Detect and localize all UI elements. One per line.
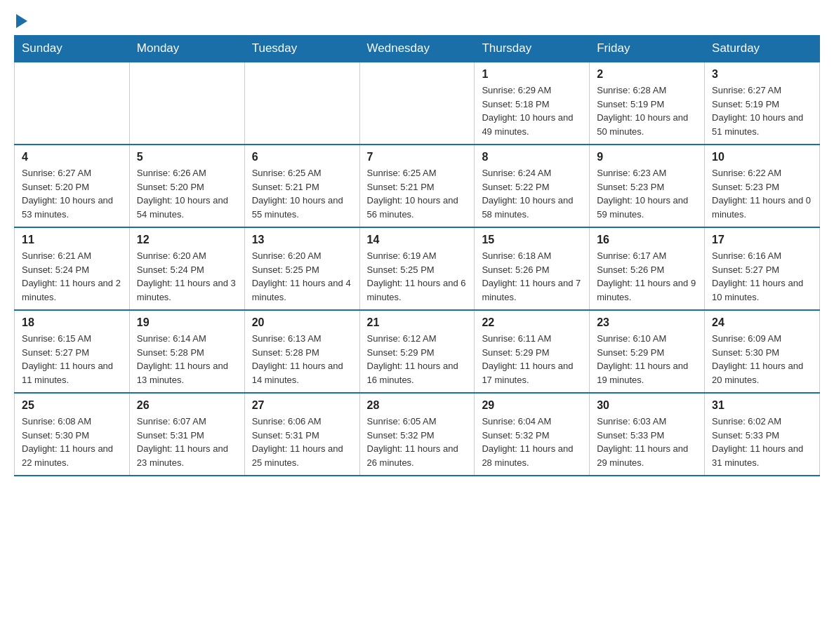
day-info: Sunrise: 6:19 AMSunset: 5:25 PMDaylight:… [367,249,468,304]
day-number: 11 [22,234,122,246]
day-number: 28 [367,399,468,412]
day-info: Sunrise: 6:27 AMSunset: 5:20 PMDaylight:… [22,166,122,221]
day-info: Sunrise: 6:27 AMSunset: 5:19 PMDaylight:… [712,83,812,138]
calendar-cell: 27Sunrise: 6:06 AMSunset: 5:31 PMDayligh… [244,393,359,476]
day-number: 9 [597,151,697,163]
header-day-friday: Friday [590,36,705,62]
week-row-3: 18Sunrise: 6:15 AMSunset: 5:27 PMDayligh… [15,310,820,393]
day-info: Sunrise: 6:12 AMSunset: 5:29 PMDaylight:… [367,332,468,387]
day-number: 21 [367,316,468,329]
day-info: Sunrise: 6:21 AMSunset: 5:24 PMDaylight:… [22,249,122,304]
day-info: Sunrise: 6:18 AMSunset: 5:26 PMDaylight:… [482,249,582,304]
calendar-cell: 16Sunrise: 6:17 AMSunset: 5:26 PMDayligh… [590,227,705,310]
day-info: Sunrise: 6:04 AMSunset: 5:32 PMDaylight:… [482,415,582,469]
calendar-cell: 5Sunrise: 6:26 AMSunset: 5:20 PMDaylight… [129,145,244,227]
calendar-cell: 28Sunrise: 6:05 AMSunset: 5:32 PMDayligh… [359,393,475,476]
day-number: 14 [367,234,468,246]
day-info: Sunrise: 6:26 AMSunset: 5:20 PMDaylight:… [137,166,237,221]
calendar-cell: 30Sunrise: 6:03 AMSunset: 5:33 PMDayligh… [590,393,705,476]
day-info: Sunrise: 6:08 AMSunset: 5:30 PMDaylight:… [22,415,122,469]
header-day-wednesday: Wednesday [359,36,475,62]
day-number: 27 [252,399,352,412]
day-info: Sunrise: 6:29 AMSunset: 5:18 PMDaylight:… [482,83,582,138]
day-number: 23 [597,316,697,329]
day-info: Sunrise: 6:14 AMSunset: 5:28 PMDaylight:… [137,332,237,387]
day-number: 16 [597,234,697,246]
day-info: Sunrise: 6:24 AMSunset: 5:22 PMDaylight:… [482,166,582,221]
calendar-cell [244,62,359,145]
day-info: Sunrise: 6:03 AMSunset: 5:33 PMDaylight:… [597,415,697,469]
header-day-tuesday: Tuesday [244,36,359,62]
day-number: 19 [137,316,237,329]
day-info: Sunrise: 6:11 AMSunset: 5:29 PMDaylight:… [482,332,582,387]
day-info: Sunrise: 6:16 AMSunset: 5:27 PMDaylight:… [712,249,812,304]
page-header [14,14,820,28]
day-number: 12 [137,234,237,246]
calendar-cell: 11Sunrise: 6:21 AMSunset: 5:24 PMDayligh… [15,227,130,310]
day-info: Sunrise: 6:17 AMSunset: 5:26 PMDaylight:… [597,249,697,304]
header-day-saturday: Saturday [705,36,820,62]
calendar-cell: 19Sunrise: 6:14 AMSunset: 5:28 PMDayligh… [129,310,244,393]
calendar-cell: 9Sunrise: 6:23 AMSunset: 5:23 PMDaylight… [590,145,705,227]
day-number: 15 [482,234,582,246]
day-number: 22 [482,316,582,329]
day-number: 31 [712,399,812,412]
calendar-cell: 26Sunrise: 6:07 AMSunset: 5:31 PMDayligh… [129,393,244,476]
calendar-cell: 4Sunrise: 6:27 AMSunset: 5:20 PMDaylight… [15,145,130,227]
day-number: 25 [22,399,122,412]
day-number: 2 [597,68,697,81]
day-number: 8 [482,151,582,163]
calendar-cell: 21Sunrise: 6:12 AMSunset: 5:29 PMDayligh… [359,310,475,393]
day-number: 1 [482,68,582,81]
calendar-cell: 14Sunrise: 6:19 AMSunset: 5:25 PMDayligh… [359,227,475,310]
calendar-cell: 22Sunrise: 6:11 AMSunset: 5:29 PMDayligh… [475,310,590,393]
day-info: Sunrise: 6:06 AMSunset: 5:31 PMDaylight:… [252,415,352,469]
calendar-cell: 10Sunrise: 6:22 AMSunset: 5:23 PMDayligh… [705,145,820,227]
header-day-sunday: Sunday [15,36,130,62]
day-number: 26 [137,399,237,412]
calendar-header-row: SundayMondayTuesdayWednesdayThursdayFrid… [15,36,820,62]
calendar-cell: 23Sunrise: 6:10 AMSunset: 5:29 PMDayligh… [590,310,705,393]
day-info: Sunrise: 6:05 AMSunset: 5:32 PMDaylight:… [367,415,468,469]
day-number: 10 [712,151,812,163]
day-number: 5 [137,151,237,163]
calendar-cell: 25Sunrise: 6:08 AMSunset: 5:30 PMDayligh… [15,393,130,476]
calendar-table: SundayMondayTuesdayWednesdayThursdayFrid… [14,35,820,476]
calendar-cell: 3Sunrise: 6:27 AMSunset: 5:19 PMDaylight… [705,62,820,145]
day-info: Sunrise: 6:20 AMSunset: 5:25 PMDaylight:… [252,249,352,304]
day-number: 20 [252,316,352,329]
day-number: 18 [22,316,122,329]
week-row-1: 4Sunrise: 6:27 AMSunset: 5:20 PMDaylight… [15,145,820,227]
day-number: 4 [22,151,122,163]
calendar-cell: 1Sunrise: 6:29 AMSunset: 5:18 PMDaylight… [475,62,590,145]
week-row-0: 1Sunrise: 6:29 AMSunset: 5:18 PMDaylight… [15,62,820,145]
day-info: Sunrise: 6:20 AMSunset: 5:24 PMDaylight:… [137,249,237,304]
week-row-2: 11Sunrise: 6:21 AMSunset: 5:24 PMDayligh… [15,227,820,310]
header-day-monday: Monday [129,36,244,62]
calendar-cell: 18Sunrise: 6:15 AMSunset: 5:27 PMDayligh… [15,310,130,393]
week-row-4: 25Sunrise: 6:08 AMSunset: 5:30 PMDayligh… [15,393,820,476]
calendar-cell [129,62,244,145]
day-number: 6 [252,151,352,163]
day-info: Sunrise: 6:28 AMSunset: 5:19 PMDaylight:… [597,83,697,138]
day-info: Sunrise: 6:13 AMSunset: 5:28 PMDaylight:… [252,332,352,387]
day-number: 3 [712,68,812,81]
calendar-cell [359,62,475,145]
day-info: Sunrise: 6:23 AMSunset: 5:23 PMDaylight:… [597,166,697,221]
day-info: Sunrise: 6:25 AMSunset: 5:21 PMDaylight:… [367,166,468,221]
calendar-cell: 7Sunrise: 6:25 AMSunset: 5:21 PMDaylight… [359,145,475,227]
logo [14,14,27,28]
calendar-cell: 13Sunrise: 6:20 AMSunset: 5:25 PMDayligh… [244,227,359,310]
logo-triangle-icon [16,14,27,28]
day-info: Sunrise: 6:02 AMSunset: 5:33 PMDaylight:… [712,415,812,469]
day-number: 29 [482,399,582,412]
day-info: Sunrise: 6:22 AMSunset: 5:23 PMDaylight:… [712,166,812,221]
calendar-cell: 2Sunrise: 6:28 AMSunset: 5:19 PMDaylight… [590,62,705,145]
header-day-thursday: Thursday [475,36,590,62]
calendar-cell: 8Sunrise: 6:24 AMSunset: 5:22 PMDaylight… [475,145,590,227]
day-info: Sunrise: 6:15 AMSunset: 5:27 PMDaylight:… [22,332,122,387]
calendar-cell: 31Sunrise: 6:02 AMSunset: 5:33 PMDayligh… [705,393,820,476]
calendar-cell: 20Sunrise: 6:13 AMSunset: 5:28 PMDayligh… [244,310,359,393]
day-number: 7 [367,151,468,163]
calendar-cell: 24Sunrise: 6:09 AMSunset: 5:30 PMDayligh… [705,310,820,393]
